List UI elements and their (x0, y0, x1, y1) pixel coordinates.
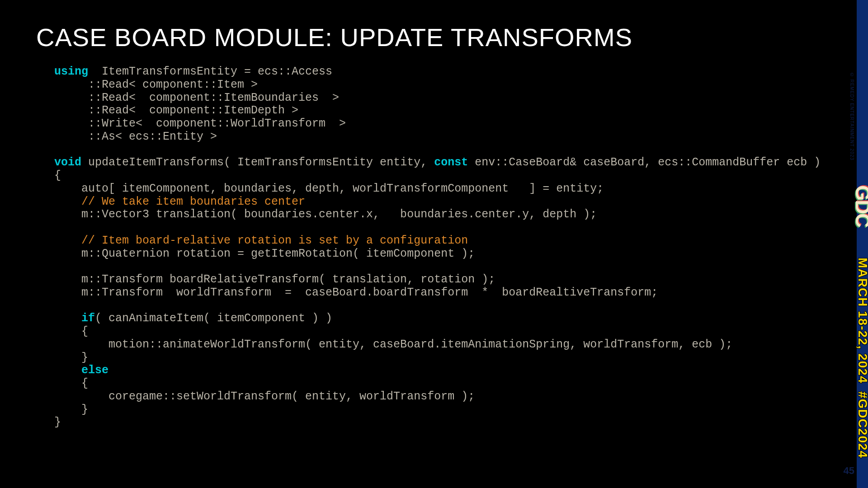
code-line (54, 364, 81, 377)
code-line: ::Read< component::ItemBoundaries > (54, 91, 339, 104)
code-line: { (54, 325, 88, 338)
code-line: } (54, 351, 88, 364)
code-line: } (54, 403, 88, 416)
svg-rect-1 (837, 23, 845, 53)
code-line: ::Read< component::ItemDepth > (54, 104, 298, 117)
code-line (54, 312, 81, 325)
gdc-logo: GDC (851, 185, 868, 227)
code-line: ItemTransformsEntity = ecs::Access (88, 65, 332, 78)
slide-title: CASE BOARD MODULE: UPDATE TRANSFORMS (36, 23, 821, 52)
svg-rect-0 (827, 23, 835, 53)
remedy-r-icon (825, 23, 857, 54)
svg-rect-2 (845, 23, 854, 32)
code-line: { (54, 377, 88, 390)
code-kw-const: const (434, 156, 468, 169)
code-comment: // We take item boundaries center (54, 195, 305, 208)
code-line: } (54, 416, 61, 429)
code-line: ::As< ecs::Entity > (54, 130, 217, 143)
slide: CASE BOARD MODULE: UPDATE TRANSFORMS usi… (0, 0, 868, 488)
page-number: 45 (844, 465, 854, 477)
code-line: coregame::setWorldTransform( entity, wor… (54, 390, 475, 403)
event-date: MARCH 18-22, 2024 (856, 258, 868, 383)
code-line: auto[ itemComponent, boundaries, depth, … (54, 182, 604, 195)
code-line: m::Transform worldTransform = caseBoard.… (54, 286, 658, 299)
sidebar: © REMEDY ENTERTAINMENT 2023 GDC MARCH 18… (857, 0, 868, 488)
event-date-hashtag: MARCH 18-22, 2024 #GDC2024 (855, 258, 868, 458)
code-line: updateItemTransforms( ItemTransformsEnti… (81, 156, 434, 169)
code-line: m::Vector3 translation( boundaries.cente… (54, 208, 597, 221)
code-kw-if: if (81, 312, 95, 325)
code-line: motion::animateWorldTransform( entity, c… (54, 338, 732, 351)
code-line: env::CaseBoard& caseBoard, ecs::CommandB… (468, 156, 821, 169)
code-kw-else: else (81, 364, 108, 377)
copyright-text: © REMEDY ENTERTAINMENT 2023 (849, 72, 854, 160)
code-line: m::Quaternion rotation = getItemRotation… (54, 247, 475, 260)
code-line: { (54, 169, 61, 182)
slide-main: CASE BOARD MODULE: UPDATE TRANSFORMS usi… (0, 0, 857, 488)
code-comment: // Item board-relative rotation is set b… (54, 234, 468, 247)
code-line: ( canAnimateItem( itemComponent ) ) (95, 312, 332, 325)
code-line: m::Transform boardRelativeTransform( tra… (54, 273, 495, 286)
code-kw-using: using (54, 65, 88, 78)
code-kw-void: void (54, 156, 81, 169)
code-block: using ItemTransformsEntity = ecs::Access… (36, 66, 821, 429)
code-line: ::Write< component::WorldTransform > (54, 117, 346, 130)
remedy-logo-icon (825, 23, 857, 54)
event-hashtag: #GDC2024 (856, 391, 868, 458)
code-line: ::Read< component::Item > (54, 78, 258, 91)
